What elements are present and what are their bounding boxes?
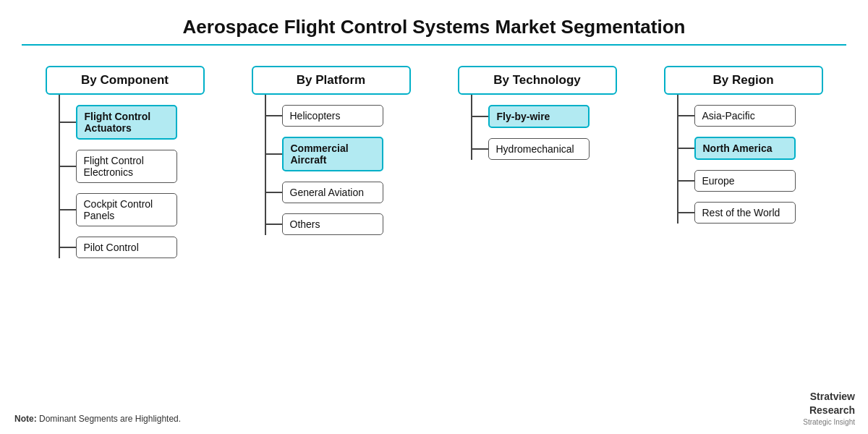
title-section: Aerospace Flight Control Systems Market … [0,0,868,53]
segment-item: Helicopters [282,105,383,127]
segment-item-highlighted: Fly-by-wire [488,105,590,128]
segment-item: Europe [694,170,796,192]
segment-item-highlighted: Commercial Aircraft [282,137,383,171]
items-list-by-region: Asia-PacificNorth AmericaEuropeRest of t… [678,95,823,224]
horiz-line [266,115,282,116]
column-by-region: By RegionAsia-PacificNorth AmericaEurope… [664,66,823,224]
items-list-by-platform: HelicoptersCommercial AircraftGeneral Av… [266,95,411,235]
columns-wrapper: By ComponentFlight Control ActuatorsFlig… [0,53,868,258]
horiz-line [60,247,76,248]
segment-item: Pilot Control [76,237,177,258]
horiz-line [60,166,76,167]
horiz-line [266,224,282,225]
tree-item: Pilot Control [60,237,205,258]
segment-item-highlighted: Flight Control Actuators [76,105,177,140]
horiz-line [266,153,282,155]
tree-item: Asia-Pacific [678,105,823,127]
tree-item: Others [266,213,411,235]
page-title: Aerospace Flight Control Systems Market … [0,16,868,38]
tree-item: Hydromechanical [472,138,617,160]
tree-item: General Aviation [266,182,411,203]
segment-item: Flight Control Electronics [76,150,177,183]
tree-body-by-technology: Fly-by-wireHydromechanical [458,95,617,160]
column-by-component: By ComponentFlight Control ActuatorsFlig… [46,66,205,258]
footnote-label: Note: Dominant Segments are Highlighted. [14,414,181,424]
segment-item: Asia-Pacific [694,105,796,127]
items-list-by-component: Flight Control ActuatorsFlight Control E… [60,95,205,258]
horiz-line [266,192,282,193]
horiz-line [60,209,76,210]
segment-item-highlighted: North America [694,137,796,160]
segment-item: Hydromechanical [488,138,590,160]
segment-item: Others [282,213,383,235]
tree-body-by-component: Flight Control ActuatorsFlight Control E… [46,95,205,258]
items-list-by-technology: Fly-by-wireHydromechanical [472,95,617,160]
column-by-technology: By TechnologyFly-by-wireHydromechanical [458,66,617,160]
tree-item: North America [678,137,823,160]
horiz-line [678,148,694,149]
tree-item: Flight Control Actuators [60,105,205,140]
segment-item: Cockpit Control Panels [76,193,177,226]
tree-body-by-platform: HelicoptersCommercial AircraftGeneral Av… [252,95,411,235]
horiz-line [678,115,694,116]
segment-item: Rest of the World [694,202,796,224]
tree-item: Helicopters [266,105,411,127]
tree-item: Rest of the World [678,202,823,224]
category-header-by-technology: By Technology [458,66,617,95]
tree-item: Commercial Aircraft [266,137,411,171]
horiz-line [678,212,694,213]
page-wrapper: Aerospace Flight Control Systems Market … [0,0,868,434]
segment-item: General Aviation [282,182,383,203]
tree-item: Flight Control Electronics [60,150,205,183]
tree-item: Europe [678,170,823,192]
title-underline [22,44,846,46]
watermark: StratviewResearch Strategic Insight [803,390,855,427]
tree-item: Fly-by-wire [472,105,617,128]
horiz-line [472,116,488,117]
horiz-line [678,180,694,182]
category-header-by-platform: By Platform [252,66,411,95]
horiz-line [60,122,76,123]
tree-body-by-region: Asia-PacificNorth AmericaEuropeRest of t… [664,95,823,224]
column-by-platform: By PlatformHelicoptersCommercial Aircraf… [252,66,411,235]
category-header-by-component: By Component [46,66,205,95]
footnote: Note: Dominant Segments are Highlighted. [14,414,181,424]
tree-item: Cockpit Control Panels [60,193,205,226]
horiz-line [472,148,488,150]
category-header-by-region: By Region [664,66,823,95]
watermark-brand: StratviewResearch [809,391,855,415]
watermark-tagline: Strategic Insight [803,418,855,426]
